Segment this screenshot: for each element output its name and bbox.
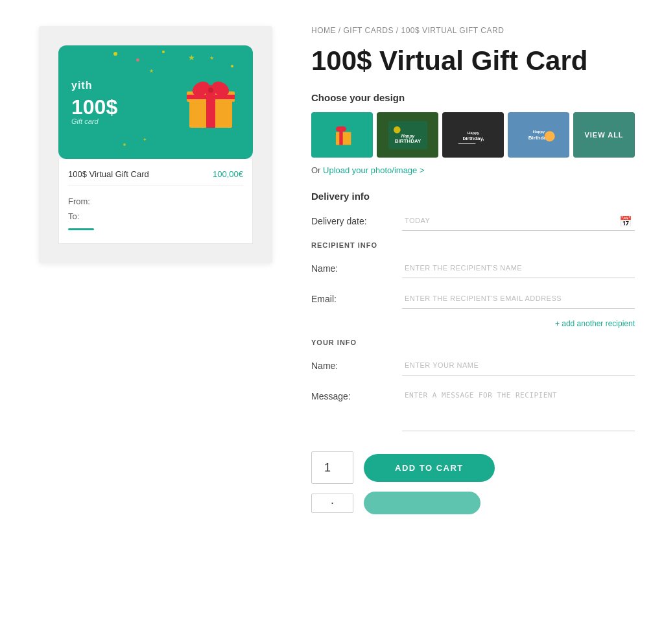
delivery-date-input-wrap: 📅 xyxy=(402,211,635,231)
design-thumb-1-inner xyxy=(313,113,372,156)
card-from-to: From: To: xyxy=(68,194,243,224)
design-thumb-2[interactable]: Happy BIRTHDAY xyxy=(377,112,438,158)
recipient-email-input[interactable] xyxy=(402,289,635,309)
svg-point-16 xyxy=(394,126,401,134)
breadcrumb-sep1: / xyxy=(338,26,344,35)
cart-row: 1 ADD TO CART xyxy=(311,451,635,484)
svg-rect-3 xyxy=(187,95,235,99)
recipient-email-input-wrap xyxy=(402,289,635,309)
product-detail-panel: HOME / GIFT CARDS / 100$ VIRTUAL GIFT CA… xyxy=(311,26,635,514)
design-thumb-3[interactable]: Happy birthday, xyxy=(442,112,504,158)
card-title-row: 100$ Virtual Gift Card 100,00€ xyxy=(68,169,243,186)
card-title-text: 100$ Virtual Gift Card xyxy=(68,169,149,179)
svg-rect-17 xyxy=(454,121,493,149)
gift-card-image: ★ ★ ✦ ★ yith 100$ Gift card xyxy=(58,45,253,159)
recipient-name-label: Name: xyxy=(311,263,402,274)
to-label: To: xyxy=(68,209,243,224)
delivery-date-input[interactable] xyxy=(402,211,635,231)
upload-link-row: Or Upload your photo/image > xyxy=(311,165,635,175)
from-label: From: xyxy=(68,194,243,209)
svg-text:Happy: Happy xyxy=(532,130,545,134)
breadcrumb-current: 100$ VIRTUAL GIFT CARD xyxy=(401,26,504,35)
recipient-email-label: Email: xyxy=(311,294,402,304)
breadcrumb-home: HOME xyxy=(311,26,336,35)
design-section-heading: Choose your design xyxy=(311,92,635,103)
breadcrumb: HOME / GIFT CARDS / 100$ VIRTUAL GIFT CA… xyxy=(311,26,635,35)
card-left-info: yith 100$ Gift card xyxy=(71,80,117,125)
svg-point-24 xyxy=(544,131,554,141)
message-row: Message: xyxy=(311,386,635,433)
design-thumb-view-all-label: VIEW ALL xyxy=(575,113,634,156)
svg-text:Happy: Happy xyxy=(467,131,479,135)
design-thumb-1[interactable] xyxy=(311,112,373,158)
your-name-label: Name: xyxy=(311,361,402,371)
svg-point-7 xyxy=(208,88,213,93)
add-recipient-link[interactable]: + add another recipient xyxy=(311,319,635,328)
svg-rect-9 xyxy=(336,132,351,145)
your-name-input-wrap xyxy=(402,355,635,376)
design-thumb-4[interactable]: Happy Birthday xyxy=(508,112,569,158)
second-qty: · xyxy=(311,494,353,513)
delivery-section-heading: Delivery info xyxy=(311,191,635,202)
design-thumb-3-inner: Happy birthday, xyxy=(444,113,503,156)
gift-box-icon xyxy=(182,73,240,132)
add-to-cart-button[interactable]: ADD TO CART xyxy=(364,454,495,482)
recipient-name-row: Name: xyxy=(311,258,635,278)
second-action-button[interactable] xyxy=(364,492,480,514)
recipient-name-input-wrap xyxy=(402,258,635,278)
quantity-input[interactable]: 1 xyxy=(312,461,353,475)
calendar-icon: 📅 xyxy=(619,215,632,227)
delivery-date-label: Delivery date: xyxy=(311,216,402,226)
message-input-wrap xyxy=(402,386,635,433)
svg-point-12 xyxy=(339,126,346,132)
svg-text:BIRTHDAY: BIRTHDAY xyxy=(394,138,421,144)
design-thumb-2-inner: Happy BIRTHDAY xyxy=(378,113,437,156)
product-preview-panel: ★ ★ ✦ ★ yith 100$ Gift card xyxy=(39,26,272,514)
svg-text:birthday,: birthday, xyxy=(462,136,484,141)
second-action-row: · xyxy=(311,492,635,514)
card-amount: 100$ xyxy=(71,97,117,117)
message-label: Message: xyxy=(311,386,402,401)
quantity-box: 1 xyxy=(311,451,353,484)
design-thumb-4-inner: Happy Birthday xyxy=(509,113,568,156)
upload-prefix: Or xyxy=(311,165,323,175)
yith-logo: yith xyxy=(71,80,117,91)
design-thumb-view-all[interactable]: VIEW ALL xyxy=(573,112,635,158)
upload-photo-link[interactable]: Upload your photo/image > xyxy=(323,165,424,175)
breadcrumb-giftcards: GIFT CARDS xyxy=(344,26,394,35)
your-name-row: Name: xyxy=(311,355,635,376)
gift-card-preview-box: ★ ★ ✦ ★ yith 100$ Gift card xyxy=(39,26,272,263)
recipient-info-label: RECIPIENT INFO xyxy=(311,241,635,249)
message-input[interactable] xyxy=(402,386,635,431)
card-sub: Gift card xyxy=(71,117,117,125)
delivery-date-row: Delivery date: 📅 xyxy=(311,211,635,231)
card-price: 100,00€ xyxy=(213,169,243,179)
product-title: 100$ Virtual Gift Card xyxy=(311,45,635,77)
recipient-name-input[interactable] xyxy=(402,258,635,278)
delivery-section: Delivery info Delivery date: 📅 RECIPIENT… xyxy=(311,191,635,433)
teal-underline xyxy=(68,228,94,230)
your-name-input[interactable] xyxy=(402,355,635,376)
your-info-label: YOUR INFO xyxy=(311,339,635,346)
recipient-email-row: Email: xyxy=(311,289,635,309)
card-info: 100$ Virtual Gift Card 100,00€ From: To: xyxy=(58,159,253,244)
design-grid: Happy BIRTHDAY Happy birthday, xyxy=(311,112,635,158)
